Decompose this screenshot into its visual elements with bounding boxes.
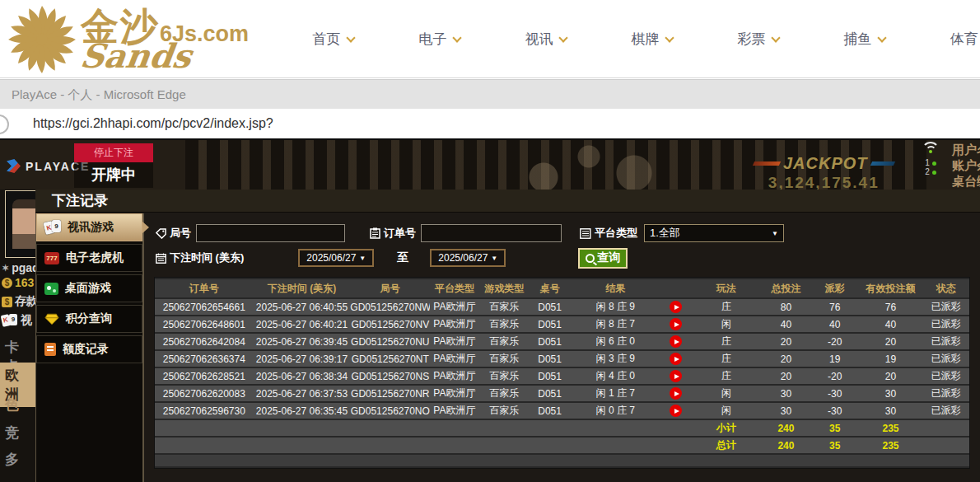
total-valid-bet: 235 <box>858 438 922 453</box>
nav-item[interactable]: 体育 <box>917 30 980 49</box>
cell-valid-bet: 76 <box>858 299 922 315</box>
user-name-label: 用户名称 <box>952 142 980 157</box>
nav-item-label: 视讯 <box>525 30 553 49</box>
sidebar-item-credit-records[interactable]: 额度记录 <box>36 335 142 363</box>
jackpot-stripe-blue <box>870 161 894 166</box>
nav-item[interactable]: 首页 <box>280 30 386 49</box>
cell-valid-bet: 20 <box>858 368 922 384</box>
subtotal-total-bet: 240 <box>761 420 811 436</box>
screen: 金沙 6Js.com Sands 首页 电子 视讯 棋牌 彩票 捕鱼 体育 Pl… <box>0 0 980 482</box>
bet-records-panel: 下注记录 K9 视讯游戏 777 电子老虎机 桌面游戏 <box>35 190 980 482</box>
cell-total-bet: 40 <box>761 316 811 332</box>
sidebar-item-video-games[interactable]: K9 视讯游戏 <box>36 213 142 241</box>
cell-result: 闲 8 庄 7 <box>570 316 660 332</box>
chevron-down-icon <box>558 33 567 42</box>
replay-play-icon[interactable] <box>670 387 682 400</box>
site-header: 金沙 6Js.com Sands 首页 电子 视讯 棋牌 彩票 捕鱼 体育 <box>0 0 980 78</box>
table-row: 250627062636374 2025-06-27 06:39:17 GD05… <box>155 351 969 367</box>
video-row[interactable]: K9 视 <box>2 313 32 328</box>
cell-replay <box>660 299 692 315</box>
sidebar-item-label: 视讯游戏 <box>68 220 114 235</box>
replay-play-icon[interactable] <box>670 335 682 348</box>
cell-table-id: D051 <box>530 299 570 315</box>
site-logo[interactable]: 金沙 6Js.com Sands <box>5 2 277 77</box>
nav-item[interactable]: 棋牌 <box>599 30 705 49</box>
col-result: 结果 <box>570 279 660 297</box>
platform-selected-value: 1.全部 <box>650 226 680 241</box>
date-to-picker[interactable]: 2025/06/27▼ <box>430 249 506 267</box>
avatar[interactable] <box>5 190 35 258</box>
sidebar-item-slots[interactable]: 777 电子老虎机 <box>36 244 142 272</box>
banner-right: 1 2 用户名称 账户余额 桌台编号 <box>916 142 980 189</box>
cell-round-id: GD051256270NW <box>350 299 430 315</box>
cell-game-type: 百家乐 <box>479 403 530 419</box>
rail-tab-jing[interactable]: 竞 <box>0 424 35 442</box>
cell-status: 已派彩 <box>923 386 969 401</box>
subtotal-valid-bet: 235 <box>858 420 922 436</box>
sidebar: K9 视讯游戏 777 电子老虎机 桌面游戏 积分查询 <box>35 213 144 482</box>
document-icon <box>44 343 56 356</box>
cell-bet-time: 2025-06-27 06:39:17 <box>254 351 351 367</box>
cell-total-bet: 30 <box>761 403 811 419</box>
col-order-id: 订单号 <box>155 279 254 297</box>
cell-bet-time: 2025-06-27 06:38:34 <box>254 368 351 384</box>
cell-total-bet: 30 <box>761 386 811 401</box>
sidebar-item-points[interactable]: 积分查询 <box>36 305 142 333</box>
jackpot-stripe-red <box>753 161 781 166</box>
replay-play-icon[interactable] <box>670 301 682 313</box>
deposit-icon: $ <box>2 297 12 307</box>
nav-item[interactable]: 捕鱼 <box>811 30 917 49</box>
col-total-bet: 总投注 <box>761 279 811 297</box>
sidebar-item-table-games[interactable]: 桌面游戏 <box>36 274 142 302</box>
nav-item-label: 体育 <box>950 30 978 49</box>
window-title: PlayAce - 个人 - Microsoft Edge <box>12 87 186 101</box>
deposit-row[interactable]: $ 存款 <box>2 294 35 309</box>
cell-valid-bet: 30 <box>858 403 922 419</box>
cell-round-id: GD051256270NT <box>350 351 430 367</box>
chevron-down-icon <box>665 33 674 42</box>
cell-result: 闲 0 庄 7 <box>570 403 660 419</box>
cell-game-type: 百家乐 <box>479 351 530 367</box>
jackpot-label: JACKPOT <box>783 154 868 173</box>
cell-payout: 76 <box>811 299 858 315</box>
chevron-down-icon: ▼ <box>359 255 366 262</box>
cell-game-type: 百家乐 <box>479 316 530 332</box>
nav-item-label: 电子 <box>419 30 447 49</box>
balance-value: 163 <box>15 276 34 289</box>
nav-item[interactable]: 视讯 <box>492 30 599 49</box>
platform-filter-label: 平台类型 <box>580 226 637 241</box>
search-button[interactable]: 查询 <box>578 248 628 269</box>
cards-icon: K9 <box>2 314 18 327</box>
subtotal-payout: 35 <box>811 420 858 436</box>
date-from-picker[interactable]: 2025/06/27▼ <box>298 249 374 267</box>
cell-result: 闲 4 庄 0 <box>570 368 660 384</box>
rail-tab-se[interactable]: 色 <box>0 395 35 414</box>
filters: 局号 订单号 平台类型 <box>144 213 980 269</box>
cell-replay <box>660 316 692 332</box>
replay-play-icon[interactable] <box>670 318 682 330</box>
replay-play-icon[interactable] <box>670 405 682 417</box>
order-input[interactable] <box>421 224 562 242</box>
platform-select[interactable]: 1.全部 ▼ <box>644 224 784 242</box>
search-icon <box>586 254 595 263</box>
cell-total-bet: 20 <box>761 334 811 349</box>
logo-english: Sands <box>78 36 194 75</box>
cell-order-id: 250627062642084 <box>155 334 254 349</box>
cell-payout: 40 <box>811 316 858 332</box>
url-text[interactable]: https://gci.2hhapi.com/pc/pcv2/index.jsp… <box>33 116 273 130</box>
url-bar[interactable]: https://gci.2hhapi.com/pc/pcv2/index.jsp… <box>0 109 980 138</box>
cell-total-bet: 80 <box>761 299 811 315</box>
cell-bet-time: 2025-06-27 06:39:45 <box>254 334 351 349</box>
bet-table-wrap: 订单号 下注时间 (美东) 局号 平台类型 游戏类型 桌号 结果 玩法 总 <box>154 277 970 469</box>
replay-play-icon[interactable] <box>670 353 682 365</box>
nav-item[interactable]: 彩票 <box>705 30 811 49</box>
cell-play-type: 闲 <box>692 403 761 419</box>
sidebar-item-label: 桌面游戏 <box>65 281 111 296</box>
rail-tab-duo[interactable]: 多 <box>0 450 35 469</box>
round-input[interactable] <box>196 224 345 242</box>
cell-replay <box>660 386 692 401</box>
nav-item[interactable]: 电子 <box>386 30 492 49</box>
replay-play-icon[interactable] <box>670 370 682 382</box>
cell-platform: PA欧洲厅 <box>430 316 478 332</box>
table-number-label: 桌台编号 <box>952 173 980 189</box>
